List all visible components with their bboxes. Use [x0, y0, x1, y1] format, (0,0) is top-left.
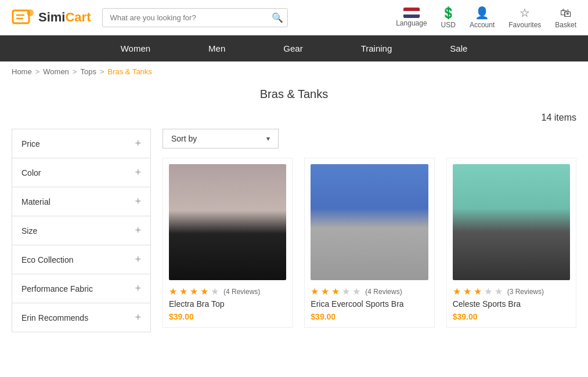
items-count: 14 items [0, 113, 588, 129]
search-button[interactable]: 🔍 [272, 12, 283, 23]
plus-icon: + [135, 166, 141, 179]
currency-icon: 💲 [441, 6, 456, 20]
star-empty: ★ [342, 286, 350, 297]
breadcrumb-tops[interactable]: Tops [80, 67, 96, 76]
nav-item-sale[interactable]: Sale [421, 35, 496, 61]
product-name: Electra Bra Top [169, 299, 286, 309]
star-empty: ★ [495, 286, 503, 297]
breadcrumb: Home > Women > Tops > Bras & Tanks [0, 61, 588, 82]
account-label: Account [470, 21, 495, 29]
star-filled: ★ [331, 286, 340, 297]
nav-item-women[interactable]: Women [92, 35, 179, 61]
product-card[interactable]: ★★★★★ (3 Reviews) Celeste Sports Bra $39… [446, 158, 576, 328]
language-label: Language [396, 19, 427, 27]
header-actions: Language 💲 USD 👤 Account ☆ Favourites 🛍 … [396, 6, 576, 29]
sort-select[interactable]: Sort by ▾ [163, 129, 279, 148]
filter-item-performance-fabric[interactable]: Performance Fabric + [12, 274, 150, 303]
sort-bar: Sort by ▾ [163, 129, 576, 148]
flag-icon [403, 8, 420, 18]
product-image [311, 164, 428, 280]
nav-item-men[interactable]: Men [179, 35, 254, 61]
product-name: Celeste Sports Bra [453, 299, 570, 309]
filter-label: Eco Collection [21, 255, 74, 264]
filter-item-material[interactable]: Material + [12, 187, 150, 216]
star-empty: ★ [484, 286, 492, 297]
account-icon: 👤 [475, 6, 489, 20]
filter-item-size[interactable]: Size + [12, 216, 150, 245]
basket-button[interactable]: 🛍 Basket [555, 6, 576, 29]
star-empty: ★ [211, 286, 219, 297]
filter-label: Color [21, 168, 41, 177]
product-price: $39.00 [453, 312, 570, 321]
product-card[interactable]: ★★★★★ (4 Reviews) Erica Evercool Sports … [304, 158, 434, 328]
svg-point-1 [27, 9, 34, 16]
sidebar-filters: Price +Color +Material +Size +Eco Collec… [12, 129, 151, 332]
logo-icon [12, 6, 35, 29]
star-icon: ☆ [520, 6, 530, 20]
star-filled: ★ [474, 286, 482, 297]
currency-selector[interactable]: 💲 USD [441, 6, 456, 29]
star-filled: ★ [200, 286, 208, 297]
star-rating: ★★★★★ (4 Reviews) [311, 286, 428, 297]
product-price: $39.00 [311, 312, 428, 321]
star-filled: ★ [453, 286, 461, 297]
main-content: Price +Color +Material +Size +Eco Collec… [0, 129, 588, 332]
plus-icon: + [135, 311, 141, 324]
breadcrumb-sep-3: > [100, 67, 104, 76]
breadcrumb-sep-2: > [73, 67, 77, 76]
search-input[interactable] [102, 8, 288, 27]
nav-item-training[interactable]: Training [332, 35, 421, 61]
favourites-label: Favourites [508, 21, 541, 29]
plus-icon: + [135, 282, 141, 295]
filter-label: Material [21, 197, 50, 206]
chevron-down-icon: ▾ [266, 135, 270, 143]
filter-item-erin-recommends[interactable]: Erin Recommends + [12, 303, 150, 332]
language-selector[interactable]: Language [396, 8, 427, 27]
star-empty: ★ [352, 286, 360, 297]
nav-item-gear[interactable]: Gear [254, 35, 331, 61]
search-bar: 🔍 [102, 8, 288, 27]
review-count: (3 Reviews) [507, 288, 544, 296]
page-title: Bras & Tanks [0, 82, 588, 113]
star-filled: ★ [169, 286, 177, 297]
star-filled: ★ [321, 286, 329, 297]
plus-icon: + [135, 195, 141, 208]
review-count: (4 Reviews) [223, 288, 260, 296]
filter-label: Performance Fabric [21, 284, 93, 293]
filter-item-price[interactable]: Price + [12, 129, 150, 158]
star-filled: ★ [463, 286, 471, 297]
header: SimiCart 🔍 Language 💲 USD 👤 Account ☆ Fa… [0, 0, 588, 35]
product-name: Erica Evercool Sports Bra [311, 299, 428, 309]
product-image [169, 164, 286, 280]
breadcrumb-sep-1: > [35, 67, 40, 76]
plus-icon: + [135, 253, 141, 266]
filter-item-color[interactable]: Color + [12, 158, 150, 187]
filter-label: Price [21, 139, 40, 148]
main-nav: Women Men Gear Training Sale [0, 35, 588, 61]
logo[interactable]: SimiCart [12, 6, 91, 29]
breadcrumb-women[interactable]: Women [43, 67, 69, 76]
breadcrumb-current: Bras & Tanks [108, 67, 152, 76]
product-price: $39.00 [169, 312, 286, 321]
basket-label: Basket [555, 21, 576, 29]
filter-label: Size [21, 226, 37, 235]
filter-item-eco-collection[interactable]: Eco Collection + [12, 245, 150, 274]
favourites-button[interactable]: ☆ Favourites [508, 6, 541, 29]
account-button[interactable]: 👤 Account [470, 6, 495, 29]
products-section: Sort by ▾ ★★★★★ (4 Reviews) Electra Bra … [163, 129, 576, 332]
basket-icon: 🛍 [560, 6, 572, 20]
star-filled: ★ [311, 286, 319, 297]
product-image [453, 164, 570, 280]
plus-icon: + [135, 224, 141, 237]
svg-rect-0 [13, 10, 29, 23]
star-rating: ★★★★★ (3 Reviews) [453, 286, 570, 297]
currency-label: USD [441, 21, 456, 29]
review-count: (4 Reviews) [365, 288, 402, 296]
breadcrumb-home[interactable]: Home [12, 67, 32, 76]
plus-icon: + [135, 137, 141, 150]
sort-label: Sort by [171, 134, 197, 143]
product-grid: ★★★★★ (4 Reviews) Electra Bra Top $39.00… [163, 158, 576, 328]
filter-label: Erin Recommends [21, 313, 88, 322]
star-filled: ★ [179, 286, 187, 297]
product-card[interactable]: ★★★★★ (4 Reviews) Electra Bra Top $39.00 [163, 158, 293, 328]
